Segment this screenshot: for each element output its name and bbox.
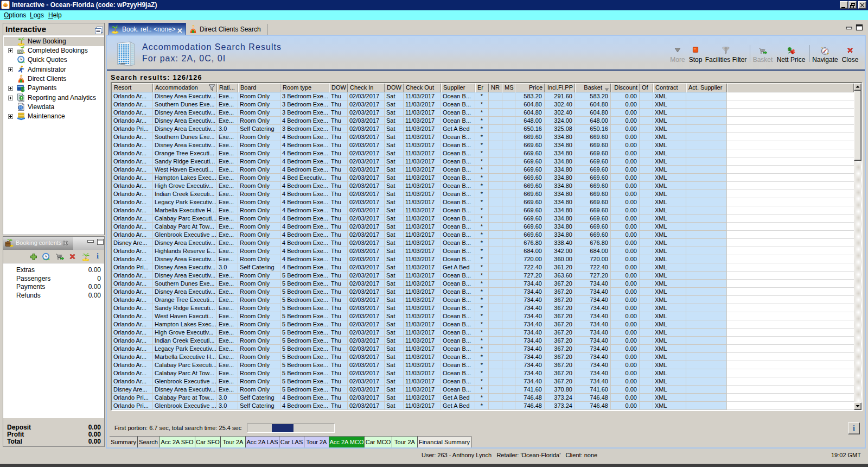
svg-text:$: $	[21, 86, 25, 93]
